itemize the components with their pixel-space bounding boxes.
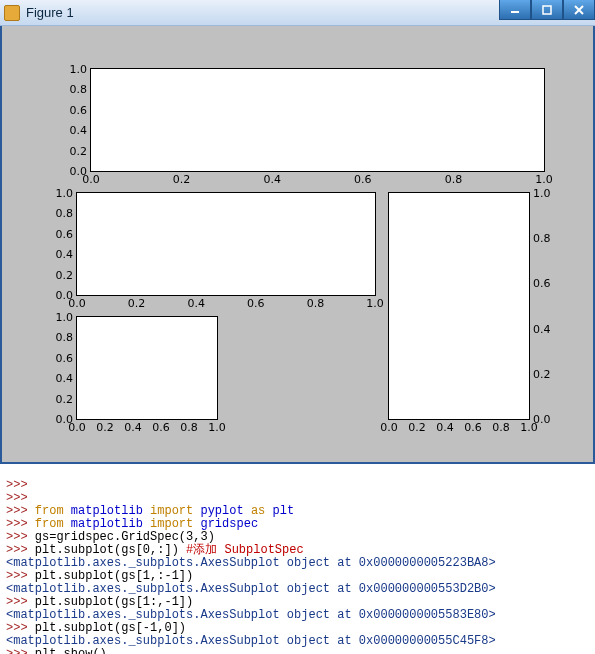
mod: matplotlib — [71, 504, 143, 518]
ytick-label: 0.2 — [533, 367, 551, 380]
kw-import: import — [150, 517, 193, 531]
ytick-label: 0.6 — [70, 103, 88, 116]
prompt: >>> — [6, 543, 28, 557]
xtick-label: 0.2 — [408, 421, 426, 434]
window-controls — [499, 0, 595, 20]
xtick-label: 1.0 — [535, 173, 553, 186]
prompt: >>> — [6, 569, 28, 583]
xtick-label: 0.6 — [354, 173, 372, 186]
prompt: >>> — [6, 595, 28, 609]
ytick-label: 0.2 — [70, 144, 88, 157]
xtick-label: 0.8 — [492, 421, 510, 434]
xtick-label: 1.0 — [208, 421, 226, 434]
ytick-label: 0.4 — [533, 322, 551, 335]
ytick-label: 1.0 — [56, 187, 74, 200]
code-line: plt.subplot(gs[1:,-1]) — [35, 595, 193, 609]
prompt: >>> — [6, 491, 28, 505]
mod: matplotlib — [71, 517, 143, 531]
prompt: >>> — [6, 517, 28, 531]
code-line: plt.subplot(gs[1,:-1]) — [35, 569, 193, 583]
output-line: <matplotlib.axes._subplots.AxesSubplot o… — [6, 634, 496, 648]
output-line: <matplotlib.axes._subplots.AxesSubplot o… — [6, 556, 496, 570]
ytick-label: 1.0 — [533, 187, 551, 200]
mod: gridspec — [200, 517, 258, 531]
prompt: >>> — [6, 478, 28, 492]
xtick-label: 0.8 — [445, 173, 463, 186]
output-line: <matplotlib.axes._subplots.AxesSubplot o… — [6, 608, 496, 622]
kw-from: from — [35, 504, 64, 518]
xtick-label: 0.8 — [307, 297, 325, 310]
close-icon — [574, 5, 584, 15]
code-line: plt.subplot(gs[0,:]) — [35, 543, 179, 557]
xtick-label: 0.0 — [68, 421, 86, 434]
ytick-label: 0.6 — [533, 277, 551, 290]
ytick-label: 0.8 — [56, 331, 74, 344]
axes-3[interactable]: 0.0 0.2 0.4 0.6 0.8 1.0 0.0 0.2 0.4 0.6 … — [388, 192, 530, 420]
prompt: >>> — [6, 504, 28, 518]
xtick-label: 0.4 — [263, 173, 281, 186]
kw-from: from — [35, 517, 64, 531]
figure-canvas[interactable]: 0.0 0.2 0.4 0.6 0.8 1.0 0.0 0.2 0.4 0.6 … — [0, 26, 595, 464]
window-titlebar: Figure 1 — [0, 0, 595, 26]
code-line: plt.show() — [35, 647, 107, 654]
mod: pyplot — [200, 504, 243, 518]
xtick-label: 0.4 — [187, 297, 205, 310]
kw-import: import — [150, 504, 193, 518]
xtick-label: 1.0 — [366, 297, 384, 310]
ytick-label: 0.2 — [56, 392, 74, 405]
xtick-label: 0.4 — [436, 421, 454, 434]
xtick-label: 0.8 — [180, 421, 198, 434]
ytick-label: 0.4 — [56, 372, 74, 385]
code-line: gs=gridspec.GridSpec(3,3) — [35, 530, 215, 544]
code-line: plt.subplot(gs[-1,0]) — [35, 621, 186, 635]
output-line: <matplotlib.axes._subplots.AxesSubplot o… — [6, 582, 496, 596]
ytick-label: 0.8 — [56, 207, 74, 220]
mod: plt — [273, 504, 295, 518]
xtick-label: 1.0 — [520, 421, 538, 434]
minimize-icon — [510, 5, 520, 15]
xtick-label: 0.0 — [82, 173, 100, 186]
ytick-label: 0.8 — [70, 83, 88, 96]
python-console[interactable]: >>> >>> >>> from matplotlib import pyplo… — [0, 464, 595, 654]
xtick-label: 0.2 — [173, 173, 191, 186]
axes-4[interactable]: 0.0 0.2 0.4 0.6 0.8 1.0 0.0 0.2 0.4 0.6 … — [76, 316, 218, 420]
prompt: >>> — [6, 530, 28, 544]
xtick-label: 0.6 — [464, 421, 482, 434]
maximize-button[interactable] — [531, 0, 563, 20]
minimize-button[interactable] — [499, 0, 531, 20]
prompt: >>> — [6, 621, 28, 635]
xtick-label: 0.2 — [128, 297, 146, 310]
maximize-icon — [542, 5, 552, 15]
xtick-label: 0.2 — [96, 421, 114, 434]
xtick-label: 0.6 — [247, 297, 265, 310]
svg-rect-1 — [543, 6, 551, 14]
axes-2[interactable]: 0.0 0.2 0.4 0.6 0.8 1.0 0.0 0.2 0.4 0.6 … — [76, 192, 376, 296]
ytick-label: 0.6 — [56, 227, 74, 240]
kw-as: as — [251, 504, 265, 518]
xtick-label: 0.0 — [68, 297, 86, 310]
ytick-label: 0.4 — [70, 124, 88, 137]
ytick-label: 1.0 — [70, 63, 88, 76]
ytick-label: 1.0 — [56, 311, 74, 324]
app-icon — [4, 5, 20, 21]
window-title: Figure 1 — [26, 5, 74, 20]
close-button[interactable] — [563, 0, 595, 20]
ytick-label: 0.2 — [56, 268, 74, 281]
xtick-label: 0.4 — [124, 421, 142, 434]
xtick-label: 0.6 — [152, 421, 170, 434]
prompt: >>> — [6, 647, 28, 654]
ytick-label: 0.8 — [533, 232, 551, 245]
ytick-label: 0.6 — [56, 351, 74, 364]
xtick-label: 0.0 — [380, 421, 398, 434]
ytick-label: 0.4 — [56, 248, 74, 261]
axes-1[interactable]: 0.0 0.2 0.4 0.6 0.8 1.0 0.0 0.2 0.4 0.6 … — [90, 68, 545, 172]
comment: #添加 SubplotSpec — [186, 543, 304, 557]
